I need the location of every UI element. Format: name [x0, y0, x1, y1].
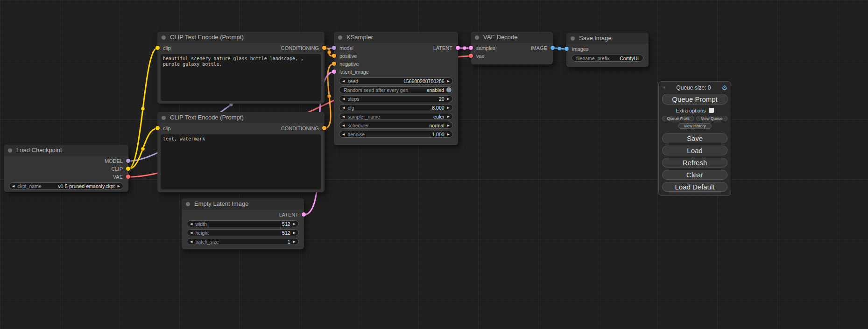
prev-value-icon[interactable]: ◀: [9, 183, 17, 189]
images-input-dot[interactable]: [565, 47, 569, 51]
slot-row: images: [566, 45, 649, 53]
prompt-textarea[interactable]: beautiful scenery nature glass bottle la…: [161, 54, 321, 101]
vae-output-dot[interactable]: [126, 175, 130, 179]
conditioning-output-dot[interactable]: [322, 126, 326, 130]
prompt-textarea[interactable]: text, watermark: [161, 134, 321, 189]
node-graph-canvas[interactable]: Load Checkpoint MODEL CLIP VAE ◀ ckpt_na…: [0, 0, 868, 329]
node-title-bar[interactable]: Empty Latent Image: [182, 198, 304, 210]
decrement-icon[interactable]: ◀: [187, 238, 195, 245]
slot-label: clip: [163, 126, 171, 131]
increment-icon[interactable]: ▶: [445, 78, 452, 84]
clip-input-dot[interactable]: [155, 126, 160, 130]
conditioning-output-dot[interactable]: [322, 46, 326, 50]
increment-icon[interactable]: ▶: [445, 96, 452, 102]
ckpt-name-widget[interactable]: ◀ ckpt_name v1-5-pruned-emaonly.ckpt ▶: [9, 182, 123, 189]
height-widget[interactable]: ◀ height 512 ▶: [187, 229, 299, 236]
increment-icon[interactable]: ▶: [290, 230, 298, 236]
random-seed-toggle-widget[interactable]: Random seed after every gen enabled: [339, 86, 453, 93]
filename-prefix-widget[interactable]: filename_prefix ComfyUI: [572, 55, 643, 62]
collapse-dot-icon[interactable]: [571, 36, 575, 41]
slot-label: negative: [339, 61, 359, 67]
decrement-icon[interactable]: ◀: [339, 105, 347, 111]
extra-options-checkbox[interactable]: [709, 108, 714, 113]
queue-front-button[interactable]: Queue Front: [662, 116, 694, 121]
increment-icon[interactable]: ▶: [290, 221, 298, 227]
node-title-bar[interactable]: Load Checkpoint: [4, 145, 128, 156]
node-ksampler[interactable]: KSampler model LATENT positive negative …: [334, 32, 458, 145]
clip-output-dot[interactable]: [126, 167, 130, 171]
collapse-dot-icon[interactable]: [475, 35, 479, 40]
node-title-bar[interactable]: VAE Decode: [471, 32, 553, 43]
slot-row: clip CONDITIONING: [157, 44, 325, 52]
seed-widget[interactable]: ◀ seed 156680208700286 ▶: [339, 77, 453, 84]
slot-label: model: [339, 45, 353, 51]
queue-prompt-button[interactable]: Queue Prompt: [662, 94, 727, 105]
save-button[interactable]: Save: [662, 133, 727, 143]
cfg-widget[interactable]: ◀ cfg 8.000 ▶: [339, 104, 453, 111]
latent-image-input-dot[interactable]: [332, 70, 336, 74]
next-value-icon[interactable]: ▶: [445, 113, 452, 119]
batch-size-widget[interactable]: ◀ batch_size 1 ▶: [187, 238, 299, 245]
samples-input-dot[interactable]: [469, 46, 473, 50]
positive-input-dot[interactable]: [332, 54, 336, 58]
node-save-image[interactable]: Save Image images filename_prefix ComfyU…: [566, 33, 649, 67]
slot-row: clip CONDITIONING: [157, 124, 325, 132]
clip-input-dot[interactable]: [155, 46, 160, 50]
prev-value-icon[interactable]: ◀: [339, 113, 347, 119]
scheduler-widget[interactable]: ◀ scheduler normal ▶: [339, 122, 453, 129]
widget-name: width: [195, 221, 207, 227]
sampler-name-widget[interactable]: ◀ sampler_name euler ▶: [339, 113, 453, 120]
node-title-bar[interactable]: KSampler: [334, 32, 458, 43]
decrement-icon[interactable]: ◀: [339, 131, 347, 137]
node-clip-text-encode-positive[interactable]: CLIP Text Encode (Prompt) clip CONDITION…: [157, 32, 325, 104]
node-clip-text-encode-negative[interactable]: CLIP Text Encode (Prompt) clip CONDITION…: [157, 112, 325, 192]
node-title-bar[interactable]: CLIP Text Encode (Prompt): [157, 112, 325, 123]
prev-value-icon[interactable]: ◀: [339, 122, 347, 128]
widget-value: 512: [207, 221, 290, 227]
node-title: CLIP Text Encode (Prompt): [170, 34, 244, 41]
increment-icon[interactable]: ▶: [445, 105, 452, 111]
node-load-checkpoint[interactable]: Load Checkpoint MODEL CLIP VAE ◀ ckpt_na…: [4, 145, 128, 192]
model-input-dot[interactable]: [332, 46, 336, 50]
latent-output-dot[interactable]: [456, 46, 460, 50]
slot-row: vae: [471, 52, 553, 60]
load-button[interactable]: Load: [662, 146, 727, 155]
next-value-icon[interactable]: ▶: [115, 183, 123, 189]
decrement-icon[interactable]: ◀: [187, 221, 195, 227]
decrement-icon[interactable]: ◀: [187, 230, 195, 236]
collapse-dot-icon[interactable]: [162, 116, 166, 120]
increment-icon[interactable]: ▶: [290, 238, 298, 245]
load-default-button[interactable]: Load Default: [662, 182, 727, 192]
next-value-icon[interactable]: ▶: [445, 122, 452, 128]
node-title: Save Image: [579, 35, 611, 42]
collapse-dot-icon[interactable]: [8, 148, 12, 153]
view-history-button[interactable]: View History: [678, 123, 712, 129]
denoise-widget[interactable]: ◀ denoise 1.000 ▶: [339, 131, 453, 138]
width-widget[interactable]: ◀ width 512 ▶: [187, 220, 299, 227]
slot-label: positive: [339, 53, 357, 59]
slot-row: samples IMAGE: [471, 44, 553, 52]
steps-widget[interactable]: ◀ steps 20 ▶: [339, 95, 453, 102]
toggle-knob[interactable]: [446, 87, 452, 92]
model-output-dot[interactable]: [126, 159, 130, 163]
collapse-dot-icon[interactable]: [338, 35, 342, 40]
node-vae-decode[interactable]: VAE Decode samples IMAGE vae: [471, 32, 553, 64]
view-queue-button[interactable]: View Queue: [696, 116, 727, 121]
node-title-bar[interactable]: CLIP Text Encode (Prompt): [157, 32, 325, 43]
vae-input-dot[interactable]: [469, 54, 473, 58]
settings-gear-icon[interactable]: ⚙: [721, 84, 727, 91]
collapse-dot-icon[interactable]: [186, 202, 190, 206]
drag-handle-icon[interactable]: ⠿: [662, 85, 665, 91]
clear-button[interactable]: Clear: [662, 170, 727, 180]
increment-icon[interactable]: ▶: [445, 131, 452, 137]
decrement-icon[interactable]: ◀: [339, 96, 347, 102]
negative-input-dot[interactable]: [332, 62, 336, 66]
image-output-dot[interactable]: [550, 46, 555, 50]
node-title-bar[interactable]: Save Image: [566, 33, 649, 44]
latent-output-dot[interactable]: [302, 212, 306, 217]
refresh-button[interactable]: Refresh: [662, 158, 727, 168]
decrement-icon[interactable]: ◀: [339, 78, 347, 84]
collapse-dot-icon[interactable]: [162, 35, 166, 40]
widget-name: sampler_name: [347, 114, 380, 119]
node-empty-latent-image[interactable]: Empty Latent Image LATENT ◀ width 512 ▶ …: [182, 198, 304, 249]
